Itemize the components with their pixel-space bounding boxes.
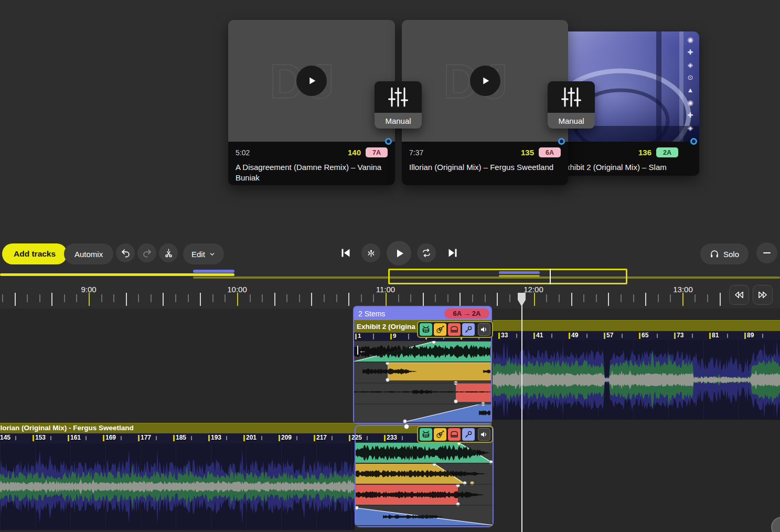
skip-to-end-button[interactable]	[443, 243, 462, 262]
waveform-area-bottom[interactable]	[0, 443, 355, 530]
stem-toggle-guitar[interactable]	[434, 428, 446, 441]
redo-button[interactable]	[137, 243, 156, 262]
ruler-tick	[670, 294, 671, 302]
transition-button-2[interactable]: Manual	[548, 81, 595, 129]
beat-tick	[390, 334, 392, 339]
stem-toggle-guitar[interactable]	[434, 323, 446, 336]
beat-subtick	[692, 334, 693, 338]
stem-toggle-piano[interactable]	[448, 323, 461, 336]
ruler-tick	[188, 294, 189, 302]
beat-tick	[569, 333, 570, 339]
skip-to-start-button[interactable]	[336, 243, 355, 262]
chevron-down-icon	[209, 251, 216, 258]
beat-label: 177	[141, 434, 151, 441]
split-button[interactable]	[159, 243, 178, 262]
artwork-placeholder[interactable]: DJ	[402, 20, 568, 142]
ruler-tick	[583, 294, 584, 302]
stem-toggle-vocals[interactable]	[462, 323, 475, 336]
track-title: Illorian (Original Mix) – Fergus Sweetla…	[409, 162, 561, 173]
faders-icon	[375, 81, 422, 113]
beat-tick	[279, 435, 280, 441]
ruler-tick	[720, 293, 721, 306]
play-icon	[306, 75, 317, 87]
ruler-tick	[534, 293, 535, 306]
artwork-placeholder[interactable]: DJ	[228, 20, 395, 142]
beat-tick	[208, 435, 210, 441]
solo-label: Solo	[723, 250, 739, 259]
track-card-2[interactable]: DJ 7:37 135 6A Illorian (Original Mix) –…	[402, 20, 568, 185]
solo-button[interactable]: Solo	[700, 243, 749, 264]
envelope-handle[interactable]	[454, 400, 458, 403]
beat-tick	[243, 435, 245, 441]
play-icon	[393, 247, 405, 260]
minus-icon	[762, 248, 772, 258]
automix-button[interactable]: Automix	[64, 243, 113, 264]
stem-toggle-piano[interactable]	[448, 428, 461, 441]
stem-toggle-volume[interactable]	[478, 428, 490, 441]
align-start-icon[interactable]: ←	[357, 346, 367, 355]
ruler-tick	[2, 294, 3, 302]
beat-label: 1	[358, 333, 361, 339]
envelope-handle[interactable]	[386, 378, 390, 382]
loop-button[interactable]	[417, 243, 436, 262]
envelope-handle[interactable]	[404, 424, 409, 429]
ruler-tick	[361, 294, 362, 302]
beat-tick	[103, 435, 104, 441]
beat-tick	[744, 333, 746, 339]
ruler-tick	[559, 294, 560, 302]
track-bpm: 135	[521, 148, 534, 157]
sync-dot[interactable]	[690, 138, 697, 145]
add-tracks-button[interactable]: Add tracks	[2, 243, 67, 264]
beat-label: 33	[501, 332, 508, 339]
play-icon	[479, 75, 491, 87]
overview-stems-segment	[193, 270, 234, 273]
beat-subtick	[332, 436, 333, 440]
stem-toggle-volume[interactable]	[478, 323, 490, 336]
stems-track-label: Exhibit 2 (Original	[354, 323, 415, 331]
ruler-tick	[324, 294, 325, 302]
scroll-right-button[interactable]	[753, 285, 773, 305]
ruler-tick	[410, 294, 411, 302]
beat-subtick	[296, 436, 297, 440]
headphones-icon	[710, 249, 719, 259]
ruler-tick	[460, 293, 461, 306]
undo-button[interactable]	[116, 243, 135, 262]
play-preview-button[interactable]	[470, 66, 500, 96]
playhead-marker[interactable]	[518, 293, 526, 306]
stem-lanes-top[interactable]	[354, 341, 491, 423]
envelope-handle[interactable]	[432, 341, 436, 344]
beat-subtick	[86, 436, 87, 440]
stems-panel-top[interactable]: 2 Stems 6A → 2A Exhibit 2 (Original 1917…	[353, 306, 492, 424]
stem-toggle-drums[interactable]	[420, 323, 432, 336]
stems-panel-header[interactable]: 2 Stems 6A → 2A	[354, 307, 491, 320]
ruler-tick	[386, 293, 387, 306]
stem-toggle-drums[interactable]	[420, 428, 432, 441]
play-preview-button[interactable]	[296, 66, 327, 96]
ruler-tick	[64, 294, 65, 302]
sync-dot[interactable]	[385, 138, 392, 145]
play-button[interactable]	[387, 241, 411, 265]
collapse-decks-button[interactable]	[756, 242, 777, 263]
beat-subtick	[261, 436, 262, 440]
stems-panel-bottom[interactable]	[355, 425, 494, 527]
beat-subtick	[622, 334, 623, 338]
overview-viewport[interactable]	[388, 269, 627, 284]
ruler-tick	[571, 293, 572, 306]
ruler-tick	[15, 293, 16, 306]
beat-tick	[173, 435, 175, 441]
transition-button-1[interactable]: Manual	[375, 81, 422, 129]
track-header-top[interactable]	[493, 320, 780, 332]
jump-to-playhead-button[interactable]	[361, 243, 380, 262]
envelope-handle[interactable]	[356, 506, 358, 510]
beat-subtick	[121, 436, 122, 440]
track-key-badge: 6A	[539, 147, 561, 157]
playhead-line[interactable]	[521, 304, 522, 532]
stem-lanes-bottom[interactable]	[356, 442, 493, 526]
scroll-left-button[interactable]	[729, 285, 749, 305]
envelope-handle[interactable]	[403, 420, 407, 423]
stem-toggle-vocals[interactable]	[462, 428, 475, 441]
track-card-1[interactable]: DJ 5:02 140 7A A Disagreement (Damne Rem…	[228, 20, 395, 185]
sync-dot[interactable]	[558, 138, 565, 145]
waveform-area-top[interactable]	[493, 340, 780, 420]
edit-menu-button[interactable]: Edit	[183, 243, 224, 264]
